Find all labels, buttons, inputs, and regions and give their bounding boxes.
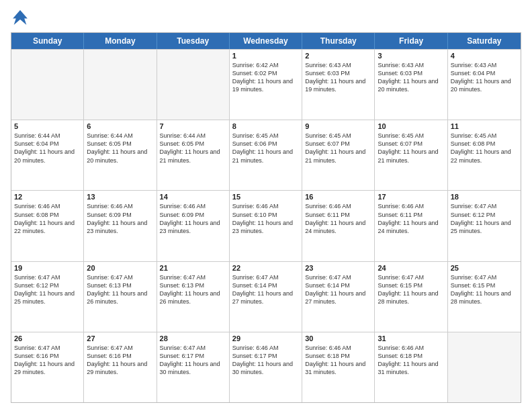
day-number: 3 <box>378 52 444 60</box>
day-info: Sunrise: 6:46 AM Sunset: 6:09 PM Dayligh… <box>160 202 226 235</box>
calendar-cell: 23Sunrise: 6:47 AM Sunset: 6:14 PM Dayli… <box>302 262 375 332</box>
day-number: 14 <box>160 193 226 201</box>
calendar-header-cell: Friday <box>375 33 447 49</box>
calendar-cell: 8Sunrise: 6:45 AM Sunset: 6:06 PM Daylig… <box>230 120 302 190</box>
calendar-header-cell: Tuesday <box>157 33 230 49</box>
calendar-cell <box>448 332 521 402</box>
calendar-cell: 10Sunrise: 6:45 AM Sunset: 6:07 PM Dayli… <box>375 120 447 190</box>
day-number: 5 <box>14 122 81 130</box>
calendar-cell: 15Sunrise: 6:46 AM Sunset: 6:10 PM Dayli… <box>230 191 302 261</box>
calendar: SundayMondayTuesdayWednesdayThursdayFrid… <box>11 32 521 403</box>
calendar-cell: 7Sunrise: 6:44 AM Sunset: 6:05 PM Daylig… <box>157 120 230 190</box>
day-info: Sunrise: 6:47 AM Sunset: 6:16 PM Dayligh… <box>87 344 153 377</box>
calendar-cell: 11Sunrise: 6:45 AM Sunset: 6:08 PM Dayli… <box>448 120 521 190</box>
calendar-header-cell: Sunday <box>11 33 84 49</box>
day-info: Sunrise: 6:46 AM Sunset: 6:17 PM Dayligh… <box>232 344 299 377</box>
day-number: 27 <box>87 334 153 342</box>
day-info: Sunrise: 6:46 AM Sunset: 6:08 PM Dayligh… <box>14 202 81 235</box>
day-number: 2 <box>305 52 371 60</box>
day-number: 4 <box>451 52 518 60</box>
day-info: Sunrise: 6:46 AM Sunset: 6:18 PM Dayligh… <box>305 344 371 377</box>
calendar-cell: 22Sunrise: 6:47 AM Sunset: 6:14 PM Dayli… <box>230 262 302 332</box>
day-info: Sunrise: 6:47 AM Sunset: 6:13 PM Dayligh… <box>87 273 153 306</box>
day-info: Sunrise: 6:47 AM Sunset: 6:12 PM Dayligh… <box>14 273 81 306</box>
calendar-row: 5Sunrise: 6:44 AM Sunset: 6:04 PM Daylig… <box>11 120 521 190</box>
day-info: Sunrise: 6:44 AM Sunset: 6:04 PM Dayligh… <box>14 132 81 165</box>
calendar-cell: 9Sunrise: 6:45 AM Sunset: 6:07 PM Daylig… <box>302 120 375 190</box>
calendar-cell: 26Sunrise: 6:47 AM Sunset: 6:16 PM Dayli… <box>11 332 84 402</box>
calendar-header-row: SundayMondayTuesdayWednesdayThursdayFrid… <box>11 33 521 49</box>
day-info: Sunrise: 6:43 AM Sunset: 6:03 PM Dayligh… <box>305 61 371 94</box>
day-info: Sunrise: 6:43 AM Sunset: 6:04 PM Dayligh… <box>451 61 518 94</box>
calendar-header-cell: Thursday <box>302 33 375 49</box>
day-info: Sunrise: 6:45 AM Sunset: 6:06 PM Dayligh… <box>232 132 299 165</box>
calendar-cell: 19Sunrise: 6:47 AM Sunset: 6:12 PM Dayli… <box>11 262 84 332</box>
calendar-cell: 17Sunrise: 6:46 AM Sunset: 6:11 PM Dayli… <box>375 191 447 261</box>
day-info: Sunrise: 6:46 AM Sunset: 6:11 PM Dayligh… <box>305 202 371 235</box>
day-number: 24 <box>378 264 444 272</box>
calendar-cell: 12Sunrise: 6:46 AM Sunset: 6:08 PM Dayli… <box>11 191 84 261</box>
day-info: Sunrise: 6:43 AM Sunset: 6:03 PM Dayligh… <box>378 61 444 94</box>
day-info: Sunrise: 6:45 AM Sunset: 6:07 PM Dayligh… <box>305 132 371 165</box>
day-number: 9 <box>305 122 371 130</box>
calendar-cell: 21Sunrise: 6:47 AM Sunset: 6:13 PM Dayli… <box>157 262 230 332</box>
day-info: Sunrise: 6:47 AM Sunset: 6:14 PM Dayligh… <box>232 273 299 306</box>
day-info: Sunrise: 6:47 AM Sunset: 6:12 PM Dayligh… <box>451 202 518 235</box>
logo-icon <box>11 8 30 27</box>
calendar-cell <box>157 50 230 120</box>
calendar-cell: 6Sunrise: 6:44 AM Sunset: 6:05 PM Daylig… <box>84 120 157 190</box>
day-number: 31 <box>378 334 444 342</box>
day-number: 7 <box>160 122 226 130</box>
day-number: 6 <box>87 122 153 130</box>
calendar-cell: 3Sunrise: 6:43 AM Sunset: 6:03 PM Daylig… <box>375 50 447 120</box>
calendar-cell: 18Sunrise: 6:47 AM Sunset: 6:12 PM Dayli… <box>448 191 521 261</box>
svg-marker-0 <box>13 10 28 25</box>
day-info: Sunrise: 6:47 AM Sunset: 6:17 PM Dayligh… <box>160 344 226 377</box>
day-info: Sunrise: 6:46 AM Sunset: 6:10 PM Dayligh… <box>232 202 299 235</box>
day-number: 15 <box>232 193 299 201</box>
calendar-cell: 2Sunrise: 6:43 AM Sunset: 6:03 PM Daylig… <box>302 50 375 120</box>
day-info: Sunrise: 6:44 AM Sunset: 6:05 PM Dayligh… <box>160 132 226 165</box>
calendar-header-cell: Monday <box>84 33 157 49</box>
calendar-row: 19Sunrise: 6:47 AM Sunset: 6:12 PM Dayli… <box>11 261 521 332</box>
day-number: 20 <box>87 264 153 272</box>
day-number: 1 <box>232 52 299 60</box>
calendar-row: 26Sunrise: 6:47 AM Sunset: 6:16 PM Dayli… <box>11 332 521 402</box>
calendar-header-cell: Wednesday <box>230 33 302 49</box>
day-number: 23 <box>305 264 371 272</box>
calendar-cell: 5Sunrise: 6:44 AM Sunset: 6:04 PM Daylig… <box>11 120 84 190</box>
header <box>11 8 521 27</box>
calendar-cell: 25Sunrise: 6:47 AM Sunset: 6:15 PM Dayli… <box>448 262 521 332</box>
logo <box>11 8 32 27</box>
day-number: 18 <box>451 193 518 201</box>
day-info: Sunrise: 6:46 AM Sunset: 6:18 PM Dayligh… <box>378 344 444 377</box>
day-info: Sunrise: 6:42 AM Sunset: 6:02 PM Dayligh… <box>232 61 299 94</box>
day-number: 19 <box>14 264 81 272</box>
calendar-row: 1Sunrise: 6:42 AM Sunset: 6:02 PM Daylig… <box>11 49 521 120</box>
day-number: 12 <box>14 193 81 201</box>
calendar-cell: 27Sunrise: 6:47 AM Sunset: 6:16 PM Dayli… <box>84 332 157 402</box>
day-number: 17 <box>378 193 444 201</box>
day-number: 25 <box>451 264 518 272</box>
calendar-cell: 20Sunrise: 6:47 AM Sunset: 6:13 PM Dayli… <box>84 262 157 332</box>
day-info: Sunrise: 6:47 AM Sunset: 6:13 PM Dayligh… <box>160 273 226 306</box>
day-number: 30 <box>305 334 371 342</box>
calendar-cell: 29Sunrise: 6:46 AM Sunset: 6:17 PM Dayli… <box>230 332 302 402</box>
page: SundayMondayTuesdayWednesdayThursdayFrid… <box>0 0 532 411</box>
calendar-cell: 13Sunrise: 6:46 AM Sunset: 6:09 PM Dayli… <box>84 191 157 261</box>
day-info: Sunrise: 6:47 AM Sunset: 6:14 PM Dayligh… <box>305 273 371 306</box>
day-info: Sunrise: 6:45 AM Sunset: 6:08 PM Dayligh… <box>451 132 518 165</box>
calendar-header-cell: Saturday <box>448 33 521 49</box>
day-info: Sunrise: 6:46 AM Sunset: 6:11 PM Dayligh… <box>378 202 444 235</box>
calendar-cell <box>11 50 84 120</box>
calendar-cell: 4Sunrise: 6:43 AM Sunset: 6:04 PM Daylig… <box>448 50 521 120</box>
day-number: 22 <box>232 264 299 272</box>
day-number: 26 <box>14 334 81 342</box>
calendar-cell: 28Sunrise: 6:47 AM Sunset: 6:17 PM Dayli… <box>157 332 230 402</box>
calendar-cell <box>84 50 157 120</box>
calendar-body: 1Sunrise: 6:42 AM Sunset: 6:02 PM Daylig… <box>11 49 521 402</box>
day-info: Sunrise: 6:47 AM Sunset: 6:15 PM Dayligh… <box>378 273 444 306</box>
day-number: 16 <box>305 193 371 201</box>
calendar-cell: 24Sunrise: 6:47 AM Sunset: 6:15 PM Dayli… <box>375 262 447 332</box>
day-info: Sunrise: 6:45 AM Sunset: 6:07 PM Dayligh… <box>378 132 444 165</box>
